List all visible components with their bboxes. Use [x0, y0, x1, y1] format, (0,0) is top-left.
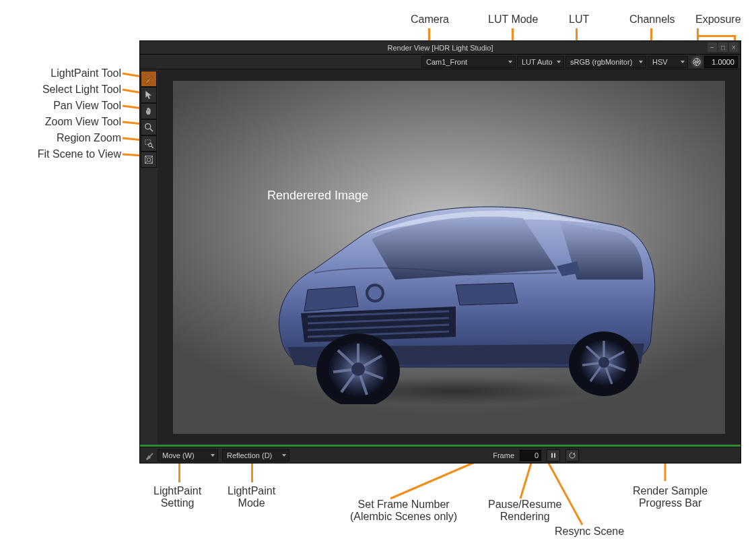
svg-line-12	[150, 129, 153, 131]
svg-point-11	[145, 124, 151, 129]
maximize-icon[interactable]: □	[718, 42, 728, 52]
annotation-pause-resume: Pause/Resume Rendering	[488, 499, 561, 523]
render-view-window: Render View [HDR Light Studio] − □ × Cam…	[139, 40, 741, 464]
svg-rect-13	[145, 140, 151, 145]
select-light-tool[interactable]	[141, 87, 157, 103]
svg-point-14	[148, 143, 151, 146]
svg-point-17	[147, 158, 150, 161]
annotation-camera: Camera	[411, 13, 449, 26]
close-icon[interactable]: ×	[729, 42, 738, 52]
annotation-progress: Render Sample Progress Bar	[633, 485, 708, 509]
annotation-exposure: Exposure	[695, 13, 741, 26]
region-zoom-tool[interactable]	[141, 135, 157, 152]
svg-rect-40	[551, 453, 553, 457]
pan-view-tool[interactable]	[141, 103, 157, 119]
camera-value: Cam1_Front	[426, 58, 467, 66]
viewport[interactable]: Renderered Image	[158, 69, 741, 445]
lut-dropdown[interactable]: sRGB (rgbMonitor)	[565, 56, 646, 68]
brush-icon	[144, 450, 155, 461]
annotation-lut: LUT	[569, 13, 589, 26]
frame-number-value: 0	[535, 451, 539, 459]
svg-point-19	[368, 286, 382, 300]
exposure-value: 1.0000	[712, 58, 734, 66]
aperture-icon[interactable]	[691, 56, 703, 68]
connector-line	[697, 28, 699, 35]
titlebar: Render View [HDR Light Studio] − □ ×	[140, 41, 741, 55]
pause-resume-button[interactable]	[547, 449, 560, 461]
zoom-view-tool[interactable]	[141, 119, 157, 135]
annotation-fit-scene: Fit Scene to View	[13, 148, 121, 160]
svg-point-29	[351, 362, 365, 376]
frame-label: Frame	[493, 451, 514, 459]
annotation-resync: Resync Scene	[555, 525, 624, 538]
lightpaint-mode-dropdown[interactable]: Reflection (D)	[222, 449, 289, 461]
annotation-select-light-tool: Select Light Tool	[13, 84, 121, 96]
svg-rect-41	[554, 453, 555, 457]
top-options-bar: Cam1_Front LUT Auto sRGB (rgbMonitor) HS…	[140, 55, 741, 69]
svg-line-7	[520, 461, 532, 499]
lightpaint-setting-value: Move (W)	[162, 451, 195, 459]
fit-scene-tool[interactable]	[141, 152, 157, 168]
camera-dropdown[interactable]: Cam1_Front	[421, 56, 516, 68]
svg-line-15	[151, 146, 153, 148]
frame-number-field[interactable]: 0	[520, 450, 541, 461]
rendered-image-label: Renderered Image	[267, 189, 368, 203]
window-title: Render View [HDR Light Studio]	[388, 44, 493, 52]
lightpaint-setting-dropdown[interactable]: Move (W)	[158, 449, 218, 461]
svg-point-10	[693, 58, 701, 65]
svg-line-6	[390, 461, 478, 499]
annotation-lightpaint-tool: LightPaint Tool	[13, 67, 121, 79]
bottom-connector-pause	[518, 461, 559, 501]
bottom-connector-frame	[390, 461, 525, 501]
annotation-lut-mode: LUT Mode	[488, 13, 538, 26]
render-progress-bar	[140, 445, 741, 447]
annotation-zoom-view-tool: Zoom View Tool	[13, 116, 121, 128]
annotation-set-frame: Set Frame Number (Alembic Scenes only)	[350, 499, 457, 523]
annotation-channels: Channels	[629, 13, 675, 26]
annotation-lightpaint-setting: LightPaint Setting	[153, 485, 201, 509]
lightpaint-mode-value: Reflection (D)	[227, 451, 272, 459]
lut-mode-value: LUT Auto	[522, 58, 553, 66]
annotation-pan-view-tool: Pan View Tool	[13, 100, 121, 112]
annotation-lightpaint-mode: LightPaint Mode	[228, 485, 275, 509]
lightpaint-tool[interactable]	[141, 71, 157, 87]
resync-scene-button[interactable]	[565, 449, 579, 461]
minimize-icon[interactable]: −	[708, 42, 717, 52]
left-toolbar	[140, 69, 158, 445]
connector-line	[697, 35, 736, 37]
connector-line	[178, 464, 180, 482]
bottom-bar: Move (W) Reflection (D) Frame 0	[140, 447, 741, 463]
svg-point-39	[598, 357, 609, 368]
channels-dropdown[interactable]: HSV	[648, 56, 688, 68]
channels-value: HSV	[652, 58, 668, 66]
lut-value: sRGB (rgbMonitor)	[570, 58, 632, 66]
rendered-image: Renderered Image	[173, 81, 725, 434]
annotation-region-zoom: Region Zoom	[13, 132, 121, 144]
exposure-field[interactable]: 1.0000	[704, 56, 738, 68]
lut-mode-dropdown[interactable]: LUT Auto	[517, 56, 564, 68]
connector-line	[251, 464, 253, 482]
